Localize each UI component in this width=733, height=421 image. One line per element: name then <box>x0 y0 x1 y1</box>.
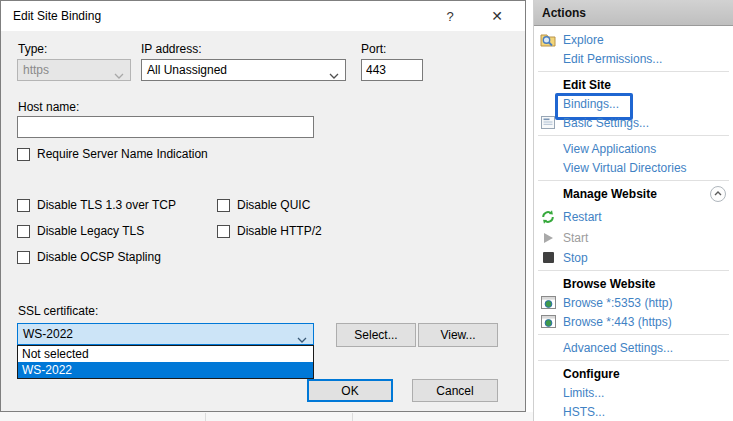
disable-tls13-checkbox[interactable] <box>17 199 30 212</box>
separator <box>538 360 729 361</box>
disable-quic-checkbox-row: Disable QUIC <box>217 198 310 212</box>
action-stop[interactable]: Stop <box>534 248 733 267</box>
type-value: https <box>23 63 49 77</box>
action-basic-settings[interactable]: Basic Settings... <box>534 113 733 132</box>
ip-address-combobox[interactable]: All Unassigned <box>141 59 346 81</box>
restart-icon <box>540 209 556 225</box>
action-label: Basic Settings... <box>563 116 649 130</box>
separator <box>538 270 729 271</box>
view-button[interactable]: View... <box>418 323 498 347</box>
background-listview-strip <box>0 412 533 421</box>
disable-http2-label: Disable HTTP/2 <box>237 224 322 238</box>
disable-legacy-tls-checkbox[interactable] <box>17 225 30 238</box>
select-button[interactable]: Select... <box>336 323 416 347</box>
close-icon[interactable]: ✕ <box>477 1 517 31</box>
host-name-input[interactable] <box>17 116 314 138</box>
port-label: Port: <box>361 42 386 56</box>
action-label: Browse *:443 (https) <box>563 315 672 329</box>
ssl-certificate-combobox[interactable]: WS-2022 <box>17 323 314 345</box>
action-label: HSTS... <box>563 405 605 419</box>
action-view-virtual-directories[interactable]: View Virtual Directories <box>534 158 733 177</box>
collapse-chevron-icon[interactable] <box>710 186 726 202</box>
action-hsts[interactable]: HSTS... <box>534 402 733 421</box>
explore-icon <box>540 32 556 48</box>
chevron-down-icon <box>114 68 124 82</box>
separator <box>538 71 729 72</box>
ok-button[interactable]: OK <box>307 379 393 402</box>
edit-site-binding-dialog: Edit Site Binding ? ✕ Type: IP address: … <box>0 0 526 412</box>
disable-http2-checkbox-row: Disable HTTP/2 <box>217 224 322 238</box>
browse-website-icon <box>540 295 556 311</box>
group-header-label: Manage Website <box>563 187 657 201</box>
stop-icon <box>540 250 556 266</box>
action-label: Restart <box>563 210 602 224</box>
browse-website-icon <box>540 314 556 330</box>
ssl-certificate-value: WS-2022 <box>23 327 73 341</box>
group-header-label: Configure <box>563 367 620 381</box>
action-browse-https[interactable]: Browse *:443 (https) <box>534 312 733 331</box>
disable-http2-checkbox[interactable] <box>217 225 230 238</box>
action-view-applications[interactable]: View Applications <box>534 139 733 158</box>
help-button[interactable]: ? <box>430 1 470 31</box>
action-label: Browse *:5353 (http) <box>563 296 672 310</box>
disable-legacy-tls-checkbox-row: Disable Legacy TLS <box>17 224 144 238</box>
actions-panel-header: Actions <box>534 0 733 26</box>
disable-quic-label: Disable QUIC <box>237 198 310 212</box>
actions-panel: Actions Explore Edit Permissions... Edit… <box>533 0 733 421</box>
host-name-label: Host name: <box>18 100 79 114</box>
dropdown-option-ws-2022[interactable]: WS-2022 <box>18 362 313 378</box>
dialog-titlebar: Edit Site Binding ? ✕ <box>1 1 525 31</box>
column-divider <box>352 413 353 421</box>
action-label: Advanced Settings... <box>563 341 673 355</box>
disable-legacy-tls-label: Disable Legacy TLS <box>37 224 144 238</box>
separator <box>538 334 729 335</box>
manage-website-group-header: Manage Website <box>534 184 733 203</box>
action-explore[interactable]: Explore <box>534 30 733 49</box>
group-header-label: Edit Site <box>563 78 611 92</box>
action-advanced-settings[interactable]: Advanced Settings... <box>534 338 733 357</box>
separator <box>538 135 729 136</box>
start-icon <box>540 230 556 246</box>
dialog-title: Edit Site Binding <box>13 9 101 23</box>
ssl-certificate-dropdown-list: Not selected WS-2022 <box>17 345 314 379</box>
action-label: Limits... <box>563 386 604 400</box>
basic-settings-icon <box>540 115 556 131</box>
action-label: Bindings... <box>563 97 619 111</box>
chevron-down-icon[interactable] <box>329 68 339 82</box>
disable-quic-checkbox[interactable] <box>217 199 230 212</box>
ssl-certificate-label: SSL certificate: <box>18 304 98 318</box>
action-browse-http[interactable]: Browse *:5353 (http) <box>534 293 733 312</box>
require-sni-checkbox-row: Require Server Name Indication <box>17 147 208 161</box>
cancel-button[interactable]: Cancel <box>412 379 498 402</box>
action-bindings[interactable]: Bindings... <box>534 94 733 113</box>
chevron-down-icon[interactable] <box>297 332 307 346</box>
edit-site-group-header: Edit Site <box>534 75 733 94</box>
require-sni-checkbox[interactable] <box>17 148 30 161</box>
require-sni-label: Require Server Name Indication <box>37 147 208 161</box>
ip-address-label: IP address: <box>141 42 201 56</box>
screenshot-root: Edit Site Binding ? ✕ Type: IP address: … <box>0 0 733 421</box>
type-label: Type: <box>18 42 47 56</box>
dropdown-option-not-selected[interactable]: Not selected <box>18 346 313 362</box>
action-edit-permissions[interactable]: Edit Permissions... <box>534 49 733 68</box>
browse-website-group-header: Browse Website <box>534 274 733 293</box>
group-header-label: Browse Website <box>563 277 655 291</box>
action-label: Explore <box>563 33 604 47</box>
action-label: View Virtual Directories <box>563 161 687 175</box>
action-start: Start <box>534 228 733 247</box>
type-combobox: https <box>17 59 131 81</box>
separator <box>538 180 729 181</box>
disable-ocsp-label: Disable OCSP Stapling <box>37 250 161 264</box>
configure-group-header: Configure <box>534 364 733 383</box>
action-label: Edit Permissions... <box>563 52 662 66</box>
disable-tls13-label: Disable TLS 1.3 over TCP <box>37 198 176 212</box>
disable-ocsp-checkbox[interactable] <box>17 251 30 264</box>
action-label: View Applications <box>563 142 656 156</box>
port-input[interactable] <box>361 59 423 81</box>
action-label: Stop <box>563 251 588 265</box>
disable-ocsp-checkbox-row: Disable OCSP Stapling <box>17 250 161 264</box>
action-restart[interactable]: Restart <box>534 207 733 226</box>
action-limits[interactable]: Limits... <box>534 383 733 402</box>
ip-address-value: All Unassigned <box>147 63 227 77</box>
disable-tls13-checkbox-row: Disable TLS 1.3 over TCP <box>17 198 176 212</box>
